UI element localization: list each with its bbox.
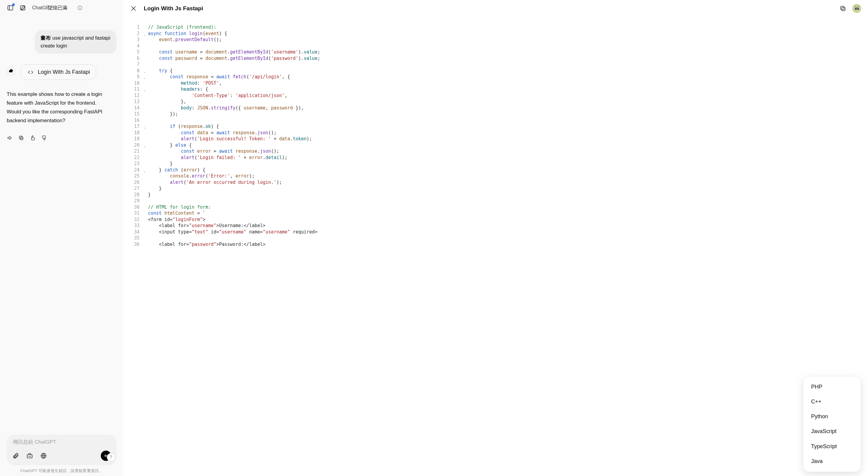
code-line[interactable]: const data = await response.json(); [148, 130, 320, 136]
fold-chevron-icon[interactable]: ⌄ [144, 87, 146, 94]
fold-chevron-icon[interactable]: ⌄ [144, 124, 146, 131]
line-number: 15 [123, 111, 141, 117]
copy-canvas-icon[interactable] [840, 5, 846, 12]
fold-chevron-icon[interactable]: ⌄ [144, 75, 146, 81]
code-line[interactable]: headers: { [148, 86, 320, 93]
code-line[interactable] [148, 43, 320, 49]
code-line[interactable]: <label for="password">Password:</label> [148, 241, 320, 248]
line-number: 17⌄ [123, 124, 141, 130]
code-line[interactable] [148, 198, 320, 204]
code-line[interactable]: const htmlContent = ` [148, 210, 320, 216]
line-number: 24⌄ [123, 167, 141, 173]
code-line[interactable]: const username = document.getElementById… [148, 49, 320, 55]
disclaimer: ChatGPT 可能會發生錯誤。請查核重要資訊。 [7, 468, 117, 474]
code-line[interactable]: const error = await response.json(); [148, 148, 320, 155]
composer[interactable] [7, 435, 117, 465]
line-number: 20⌄ [123, 142, 141, 148]
attach-icon[interactable] [12, 452, 19, 460]
code-line[interactable]: } [148, 192, 320, 198]
line-number: 33 [123, 223, 141, 229]
composer-input[interactable] [12, 439, 111, 445]
line-number: 13 [123, 99, 141, 105]
code-line[interactable]: // HTML for login form: [148, 204, 320, 210]
line-number: 8⌄ [123, 68, 141, 74]
code-line[interactable]: body: JSON.stringify({ username, passwor… [148, 105, 320, 111]
info-icon[interactable] [77, 5, 83, 10]
copy-icon[interactable] [18, 135, 24, 141]
new-chat-icon[interactable] [19, 4, 27, 11]
code-line[interactable]: alert('Login failed: ' + error.detail); [148, 155, 320, 161]
canvas-card[interactable]: Login With Js Fastapi [21, 64, 96, 80]
language-menu-item[interactable]: TypeScript [803, 439, 861, 454]
fold-chevron-icon[interactable]: ⌄ [144, 69, 146, 75]
line-number: 9⌄ [123, 74, 141, 80]
tools-icon[interactable] [26, 452, 33, 460]
read-aloud-icon[interactable] [7, 135, 13, 141]
fold-chevron-icon[interactable]: ⌄ [144, 31, 146, 38]
help-button[interactable]: ? [107, 453, 115, 462]
code-line[interactable]: if (response.ok) { [148, 124, 320, 130]
thumbs-up-icon[interactable] [30, 135, 36, 141]
line-number: 34 [123, 229, 141, 235]
line-number: 19 [123, 136, 141, 142]
code-line[interactable]: <label for="username">Username:</label> [148, 223, 320, 229]
code-line[interactable]: // JavaScript (frontend): [148, 24, 320, 31]
line-number: 32 [123, 216, 141, 223]
line-number: 27 [123, 185, 141, 192]
code-line[interactable]: }); [148, 111, 320, 117]
line-number: 22 [123, 155, 141, 161]
code-line[interactable] [148, 235, 320, 241]
line-number: 1 [123, 24, 141, 31]
canvas-title: Login With Js Fastapi [144, 4, 203, 13]
language-menu-item[interactable]: C++ [803, 394, 861, 409]
code-content[interactable]: // JavaScript (frontend):async function … [141, 24, 320, 469]
brand-area[interactable]: ChatGPT 記憶已滿 [32, 4, 83, 11]
code-icon [27, 69, 34, 76]
code-line[interactable]: alert('Login successful! Token: ' + data… [148, 136, 320, 142]
code-line[interactable]: const response = await fetch('/api/login… [148, 74, 320, 80]
line-number: 11⌄ [123, 86, 141, 93]
fold-chevron-icon[interactable]: ⌄ [144, 143, 146, 149]
code-line[interactable] [148, 61, 320, 68]
code-line[interactable]: event.preventDefault(); [148, 37, 320, 43]
user-message-keyword: 畫布 [40, 35, 51, 41]
line-number: 30 [123, 204, 141, 210]
code-line[interactable] [148, 117, 320, 124]
user-avatar[interactable]: 🦝 [852, 4, 861, 13]
web-icon[interactable] [40, 452, 47, 460]
line-number: 26 [123, 179, 141, 186]
thumbs-down-icon[interactable] [41, 135, 47, 141]
fold-chevron-icon[interactable]: ⌄ [144, 168, 146, 174]
code-line[interactable]: <form id="loginForm"> [148, 216, 320, 223]
assistant-avatar-icon [7, 67, 15, 75]
code-line[interactable]: <input type="text" id="username" name="u… [148, 229, 320, 235]
message-actions [7, 135, 117, 141]
close-canvas-icon[interactable] [130, 5, 137, 12]
language-menu-item[interactable]: JavaScript [803, 424, 861, 439]
code-line[interactable]: } catch (error) { [148, 167, 320, 173]
line-number: 25 [123, 173, 141, 179]
code-editor[interactable]: 12⌄345678⌄9⌄1011⌄121314151617⌄181920⌄212… [123, 17, 868, 476]
line-number: 12 [123, 93, 141, 99]
line-number: 3 [123, 37, 141, 43]
code-line[interactable]: try { [148, 68, 320, 74]
line-number: 31 [123, 210, 141, 216]
user-message: 畫布 use javascript and fastapi create log… [35, 30, 117, 54]
code-line[interactable]: const password = document.getElementById… [148, 55, 320, 62]
language-menu-item[interactable]: Python [803, 409, 861, 424]
code-line[interactable]: async function login(event) { [148, 31, 320, 37]
code-line[interactable]: } [148, 161, 320, 167]
svg-rect-8 [841, 6, 844, 10]
code-line[interactable]: }, [148, 99, 320, 105]
language-menu-item[interactable]: Java [803, 454, 861, 469]
code-line[interactable]: } [148, 185, 320, 192]
code-line[interactable]: 'Content-Type': 'application/json', [148, 93, 320, 99]
code-line[interactable]: method: 'POST', [148, 80, 320, 87]
toggle-sidebar-icon[interactable] [7, 4, 14, 11]
code-line[interactable]: console.error('Error:', error); [148, 173, 320, 179]
code-line[interactable]: alert('An error occurred during login.')… [148, 179, 320, 186]
language-menu-item[interactable]: PHP [803, 379, 861, 394]
line-number: 6 [123, 55, 141, 62]
line-gutter: 12⌄345678⌄9⌄1011⌄121314151617⌄181920⌄212… [123, 24, 141, 469]
code-line[interactable]: } else { [148, 142, 320, 148]
